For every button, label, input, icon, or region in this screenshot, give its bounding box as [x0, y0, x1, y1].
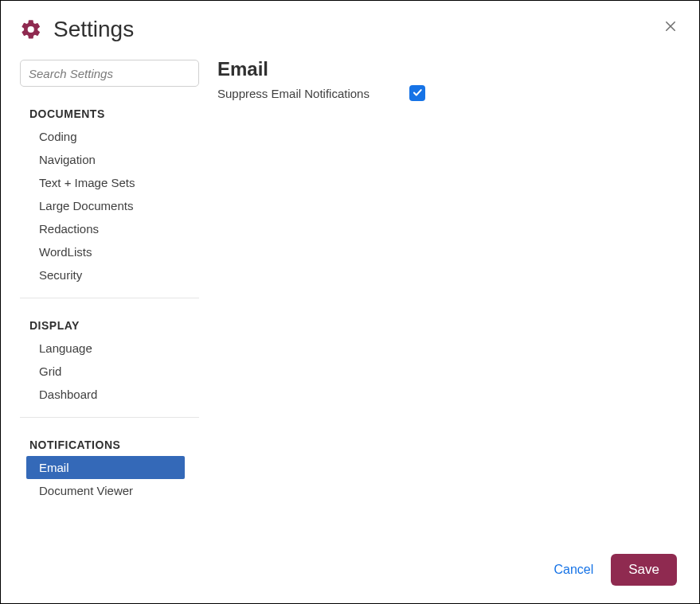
divider — [20, 417, 199, 418]
suppress-email-checkbox[interactable] — [409, 85, 425, 101]
modal-body: DOCUMENTS Coding Navigation Text + Image… — [1, 50, 699, 554]
sidebar-item-text-image-sets[interactable]: Text + Image Sets — [26, 171, 185, 194]
sidebar-item-security[interactable]: Security — [26, 263, 185, 286]
cancel-button[interactable]: Cancel — [553, 563, 593, 577]
sidebar-item-wordlists[interactable]: WordLists — [26, 240, 185, 263]
sidebar-item-coding[interactable]: Coding — [26, 125, 185, 148]
sidebar-section-display: DISPLAY — [20, 319, 198, 332]
setting-row-suppress-email: Suppress Email Notifications — [217, 85, 680, 101]
check-icon — [412, 87, 423, 100]
modal-footer: Cancel Save — [1, 554, 699, 603]
sidebar-item-email[interactable]: Email — [26, 456, 185, 479]
sidebar-list-display: Language Grid Dashboard — [20, 337, 185, 406]
sidebar-item-navigation[interactable]: Navigation — [26, 148, 185, 171]
close-icon — [663, 19, 678, 37]
sidebar-item-document-viewer[interactable]: Document Viewer — [26, 479, 185, 502]
page-title: Settings — [53, 17, 134, 42]
modal-header: Settings — [1, 1, 699, 50]
sidebar-item-large-documents[interactable]: Large Documents — [26, 194, 185, 217]
panel-heading: Email — [217, 58, 680, 80]
settings-sidebar: DOCUMENTS Coding Navigation Text + Image… — [1, 50, 208, 554]
sidebar-list-documents: Coding Navigation Text + Image Sets Larg… — [20, 125, 185, 286]
sidebar-item-redactions[interactable]: Redactions — [26, 217, 185, 240]
divider — [20, 298, 199, 298]
save-button[interactable]: Save — [611, 554, 677, 586]
close-button[interactable] — [659, 17, 682, 39]
gear-icon — [20, 18, 42, 41]
sidebar-item-dashboard[interactable]: Dashboard — [26, 383, 185, 406]
setting-label: Suppress Email Notifications — [217, 87, 370, 100]
sidebar-section-notifications: NOTIFICATIONS — [20, 438, 198, 451]
sidebar-list-notifications: Email Document Viewer — [20, 456, 185, 502]
settings-modal: Settings DOCUMENTS Coding Navigation Tex… — [0, 0, 700, 604]
sidebar-item-grid[interactable]: Grid — [26, 360, 185, 383]
settings-main-panel: Email Suppress Email Notifications — [208, 50, 699, 554]
search-input[interactable] — [20, 60, 199, 87]
sidebar-item-language[interactable]: Language — [26, 337, 185, 360]
sidebar-section-documents: DOCUMENTS — [20, 107, 198, 120]
